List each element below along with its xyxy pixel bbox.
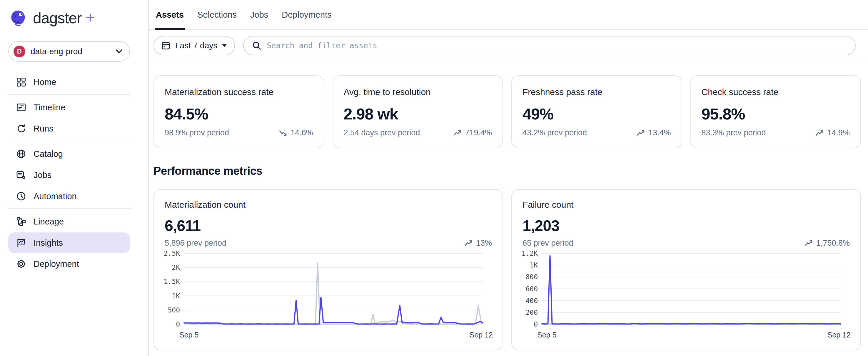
chart-value: 1,203	[523, 217, 850, 235]
metric-prev-period: 2.54 days prev period	[344, 128, 420, 138]
metric-value: 49%	[523, 105, 671, 123]
filter-toolbar: Last 7 days	[149, 30, 868, 62]
chart-cards-row: Materialization count 6,611 5,896 prev p…	[154, 189, 861, 350]
sidebar-divider	[8, 141, 130, 141]
chart-value: 6,611	[165, 217, 492, 235]
sidebar-item-catalog[interactable]: Catalog	[8, 144, 130, 164]
sidebar-item-label: Runs	[33, 124, 54, 134]
tab-label: Selections	[197, 10, 237, 20]
svg-text:1.5K: 1.5K	[164, 278, 180, 286]
date-range-label: Last 7 days	[175, 41, 217, 50]
sidebar-item-label: Lineage	[33, 217, 64, 227]
svg-text:400: 400	[525, 297, 538, 304]
trend-down-icon	[279, 129, 287, 137]
sidebar-item-jobs[interactable]: Jobs	[8, 165, 130, 185]
jobs-icon	[16, 170, 27, 180]
main-area: Assets Selections Jobs Deployments Last …	[149, 0, 868, 356]
metric-prev-period: 43.2% prev period	[523, 128, 587, 138]
metric-card-materialization-success: Materialization success rate 84.5% 98.9%…	[154, 75, 324, 148]
timeline-icon	[16, 102, 27, 113]
tab-assets[interactable]: Assets	[155, 0, 185, 29]
svg-text:Sep 5: Sep 5	[537, 331, 556, 339]
metric-title: Materialization success rate	[165, 87, 313, 97]
materialization-count-card: Materialization count 6,611 5,896 prev p…	[154, 189, 503, 350]
chart-title: Materialization count	[165, 200, 492, 210]
svg-text:1K: 1K	[530, 261, 538, 269]
metric-cards-row: Materialization success rate 84.5% 98.9%…	[154, 75, 861, 148]
svg-text:Sep 12: Sep 12	[470, 331, 493, 339]
chart-title: Failure count	[523, 200, 850, 210]
sidebar-divider	[8, 208, 130, 209]
workspace-name: data-eng-prod	[31, 47, 82, 56]
tab-deployments[interactable]: Deployments	[280, 0, 333, 29]
tab-jobs[interactable]: Jobs	[249, 0, 269, 29]
sidebar-item-automation[interactable]: Automation	[8, 186, 130, 207]
sidebar-item-lineage[interactable]: Lineage	[8, 211, 130, 232]
sidebar-item-home[interactable]: Home	[8, 72, 130, 92]
chevron-down-icon	[116, 49, 122, 54]
search-icon	[252, 41, 261, 50]
svg-text:2K: 2K	[172, 264, 180, 271]
materialization-count-chart: 05001K1.5K2K2.5KSep 5Sep 12	[154, 244, 502, 344]
logo-plus: +	[86, 8, 95, 27]
svg-text:1K: 1K	[172, 292, 180, 300]
trend-up-icon	[815, 129, 824, 137]
metric-title: Avg. time to resolution	[344, 87, 492, 97]
grid-icon	[16, 77, 27, 87]
workspace-avatar: D	[13, 46, 25, 57]
svg-text:0: 0	[176, 320, 180, 328]
svg-text:200: 200	[525, 308, 538, 316]
trend-up-icon	[453, 129, 461, 137]
svg-text:0: 0	[534, 320, 538, 328]
sidebar-item-timeline[interactable]: Timeline	[8, 97, 130, 118]
tab-label: Deployments	[282, 10, 331, 20]
svg-text:600: 600	[525, 285, 538, 293]
sidebar-item-label: Jobs	[33, 170, 52, 180]
caret-down-icon	[222, 44, 227, 47]
clock-icon	[16, 191, 27, 202]
svg-text:1.2K: 1.2K	[522, 249, 538, 257]
sidebar-item-label: Home	[33, 78, 56, 87]
content: Materialization success rate 84.5% 98.9%…	[149, 62, 868, 350]
sidebar-item-deployment[interactable]: Deployment	[8, 254, 130, 274]
sidebar-item-runs[interactable]: Runs	[8, 118, 130, 139]
app-window: dagster + D data-eng-prod Home Time	[0, 0, 868, 356]
metric-prev-period: 98.9% prev period	[165, 128, 229, 138]
dagster-logo-icon	[9, 9, 28, 27]
sidebar-item-label: Deployment	[33, 259, 79, 269]
sidebar-item-label: Timeline	[33, 103, 66, 112]
sidebar: dagster + D data-eng-prod Home Time	[0, 0, 149, 356]
tab-label: Assets	[156, 10, 184, 20]
trend-value: 14.9%	[827, 128, 850, 138]
metric-card-check-success: Check success rate 95.8% 83.3% prev peri…	[690, 75, 861, 148]
logo[interactable]: dagster +	[0, 0, 148, 27]
search-input[interactable]	[267, 41, 847, 50]
metric-card-freshness-pass: Freshness pass rate 49% 43.2% prev perio…	[512, 75, 682, 148]
logo-wordmark: dagster	[33, 9, 82, 27]
trend-value: 13.4%	[648, 128, 671, 138]
sidebar-item-insights[interactable]: Insights	[8, 232, 130, 253]
calendar-icon	[161, 41, 170, 50]
lineage-icon	[16, 216, 27, 227]
workspace-selector[interactable]: D data-eng-prod	[8, 41, 130, 62]
date-range-button[interactable]: Last 7 days	[154, 36, 235, 55]
svg-text:2.5K: 2.5K	[164, 249, 180, 257]
insights-icon	[16, 237, 27, 248]
tab-selections[interactable]: Selections	[196, 0, 238, 29]
metric-value: 84.5%	[165, 105, 313, 123]
section-title-performance-metrics: Performance metrics	[154, 165, 861, 177]
metric-title: Freshness pass rate	[523, 87, 671, 97]
trend-value: 14.6%	[290, 128, 313, 138]
gear-icon	[16, 259, 27, 269]
globe-icon	[16, 149, 27, 159]
search-box[interactable]	[243, 36, 856, 55]
tab-label: Jobs	[250, 10, 268, 20]
sidebar-item-label: Automation	[33, 191, 77, 201]
metric-value: 2.98 wk	[344, 105, 492, 123]
sidebar-divider	[8, 94, 130, 95]
svg-text:Sep 5: Sep 5	[179, 331, 198, 339]
metric-value: 95.8%	[702, 105, 850, 123]
svg-text:Sep 12: Sep 12	[828, 331, 851, 339]
top-tabbar: Assets Selections Jobs Deployments	[149, 0, 868, 30]
metric-card-avg-time-resolution: Avg. time to resolution 2.98 wk 2.54 day…	[333, 75, 503, 148]
